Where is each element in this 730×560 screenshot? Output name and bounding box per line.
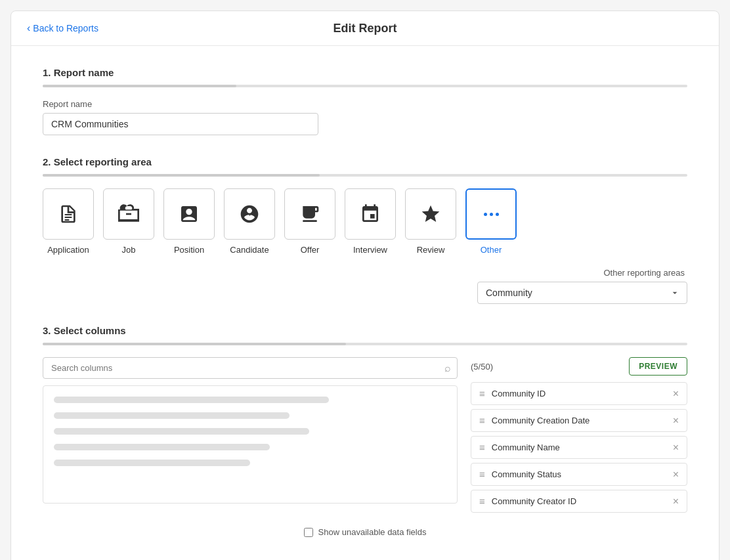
back-to-reports-link[interactable]: ‹ Back to Reports	[27, 23, 98, 33]
job-icon	[118, 204, 139, 225]
skeleton-line-2	[54, 412, 290, 419]
show-unavailable-checkbox[interactable]	[304, 528, 313, 537]
column-item-left-5: ≡ Community Creator ID	[479, 496, 576, 507]
area-item-interview[interactable]: Interview	[345, 188, 396, 255]
skeleton-line-3	[54, 428, 309, 435]
remove-icon-2[interactable]: ×	[673, 416, 679, 426]
dots-icon	[484, 213, 499, 216]
area-icon-box-review	[405, 188, 456, 240]
report-name-label: Report name	[43, 99, 687, 109]
area-icon-box-candidate	[224, 188, 275, 240]
area-label-candidate: Candidate	[230, 245, 268, 255]
drag-icon-5[interactable]: ≡	[479, 496, 485, 507]
columns-right: (5/50) PREVIEW ≡ Community ID × ≡	[471, 357, 687, 517]
column-item-row-community-name: ≡ Community Name ×	[471, 436, 687, 459]
preview-button[interactable]: PREVIEW	[629, 357, 687, 376]
column-item-left-3: ≡ Community Name	[479, 442, 560, 453]
report-name-input[interactable]	[43, 113, 318, 135]
section3-progress-bar	[43, 343, 687, 345]
drag-icon-4[interactable]: ≡	[479, 469, 485, 480]
column-item-row-community-creator-id: ≡ Community Creator ID ×	[471, 490, 687, 513]
interview-icon	[360, 204, 381, 225]
column-item-left-1: ≡ Community ID	[479, 388, 546, 399]
skeleton-line-4	[54, 444, 270, 450]
column-item-row-community-creation-date: ≡ Community Creation Date ×	[471, 409, 687, 432]
area-icon-box-other	[465, 188, 517, 240]
page-header: ‹ Back to Reports Edit Report	[11, 11, 719, 46]
remove-icon-5[interactable]: ×	[673, 496, 679, 507]
show-unavailable-row: Show unavailable data fields	[43, 527, 687, 537]
search-icon: ⌕	[444, 362, 451, 374]
svg-rect-0	[126, 213, 131, 215]
search-columns-input[interactable]	[43, 357, 458, 379]
area-label-application: Application	[47, 245, 89, 255]
remove-icon-1[interactable]: ×	[673, 389, 679, 399]
area-icon-box-offer	[284, 188, 335, 240]
drag-icon-1[interactable]: ≡	[479, 388, 485, 399]
drag-icon-3[interactable]: ≡	[479, 442, 485, 453]
application-icon	[58, 204, 79, 225]
page-wrapper: ‹ Back to Reports Edit Report 1. Report …	[11, 11, 719, 560]
columns-right-header: (5/50) PREVIEW	[471, 357, 687, 376]
section1-progress-bar	[43, 85, 687, 87]
area-label-job: Job	[122, 245, 136, 255]
columns-list-box	[43, 385, 458, 504]
area-item-offer[interactable]: Offer	[284, 188, 335, 255]
back-label: Back to Reports	[33, 23, 98, 33]
section-reporting-area: 2. Select reporting area Application	[43, 156, 687, 304]
section-report-name: 1. Report name Report name	[43, 67, 687, 135]
section2-title: 2. Select reporting area	[43, 156, 687, 167]
area-label-review: Review	[417, 245, 445, 255]
page-title: Edit Report	[333, 22, 397, 35]
position-icon	[179, 204, 200, 225]
area-item-other[interactable]: Other	[465, 188, 517, 255]
section2-progress-bar	[43, 174, 687, 177]
column-item-row-community-status: ≡ Community Status ×	[471, 463, 687, 486]
main-content: 1. Report name Report name 2. Select rep…	[11, 46, 719, 560]
area-label-offer: Offer	[301, 245, 320, 255]
section3-title: 3. Select columns	[43, 325, 687, 336]
chevron-left-icon: ‹	[27, 23, 30, 33]
column-item-row-community-id: ≡ Community ID ×	[471, 382, 687, 405]
dot3	[496, 213, 499, 216]
area-item-job[interactable]: Job	[103, 188, 154, 255]
review-icon	[420, 204, 441, 225]
column-item-left-2: ≡ Community Creation Date	[479, 415, 590, 426]
area-icon-box-interview	[345, 188, 396, 240]
other-reporting-row: Other reporting areas Community Activity…	[43, 268, 687, 304]
drag-icon-2[interactable]: ≡	[479, 415, 485, 426]
area-item-application[interactable]: Application	[43, 188, 94, 255]
columns-count: (5/50)	[471, 362, 493, 372]
area-label-interview: Interview	[353, 245, 387, 255]
column-name-3: Community Name	[492, 442, 560, 452]
other-reporting-select[interactable]: Community Activity Event	[477, 282, 687, 304]
area-item-position[interactable]: Position	[163, 188, 215, 255]
area-icon-box-position	[163, 188, 215, 240]
columns-layout: ⌕ (5/50) PREVIEW	[43, 357, 687, 517]
section3-progress-fill	[43, 343, 346, 345]
skeleton-line-1	[54, 397, 329, 403]
remove-icon-4[interactable]: ×	[673, 469, 679, 480]
remove-icon-3[interactable]: ×	[673, 442, 679, 453]
column-name-4: Community Status	[492, 469, 561, 479]
column-name-2: Community Creation Date	[492, 416, 590, 425]
candidate-icon	[239, 204, 260, 225]
area-icons-row: Application Job Position	[43, 188, 687, 255]
offer-icon	[299, 204, 320, 225]
column-name-1: Community ID	[492, 389, 546, 398]
columns-left: ⌕	[43, 357, 458, 517]
area-icon-box-job	[103, 188, 154, 240]
search-wrapper: ⌕	[43, 357, 458, 379]
section-select-columns: 3. Select columns ⌕	[43, 325, 687, 537]
area-item-review[interactable]: Review	[405, 188, 456, 255]
other-reporting-label: Other reporting areas	[603, 268, 685, 278]
column-name-5: Community Creator ID	[492, 496, 576, 506]
section1-progress-fill	[43, 85, 236, 87]
skeleton-line-5	[54, 460, 250, 466]
area-icon-box-application	[43, 188, 94, 240]
dot2	[490, 213, 493, 216]
area-label-other: Other	[481, 245, 502, 255]
column-item-left-4: ≡ Community Status	[479, 469, 561, 480]
area-item-candidate[interactable]: Candidate	[224, 188, 275, 255]
dot1	[484, 213, 487, 216]
